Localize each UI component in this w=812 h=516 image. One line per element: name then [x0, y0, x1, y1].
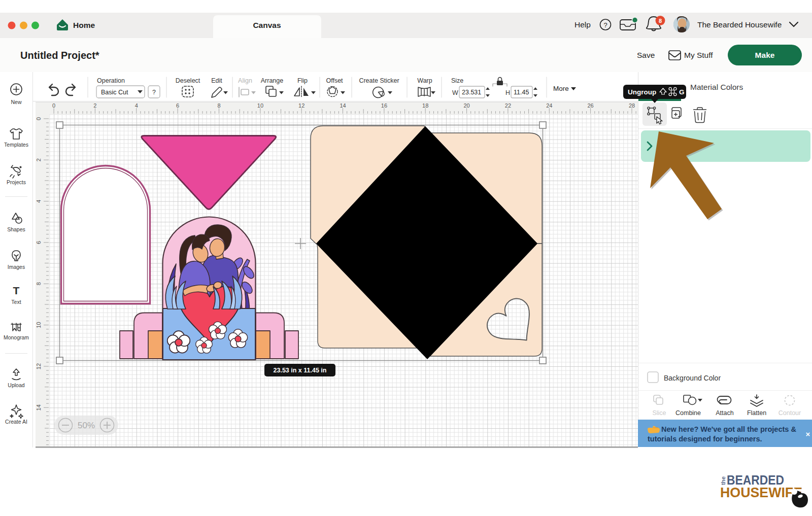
svg-text:0: 0 [36, 117, 42, 120]
svg-text:My Stuff: My Stuff [684, 51, 713, 59]
svg-text:Flatten: Flatten [747, 409, 766, 417]
svg-text:Offset: Offset [326, 77, 343, 84]
svg-text:0: 0 [52, 102, 55, 109]
svg-text:Help: Help [574, 20, 591, 29]
svg-text:20: 20 [463, 102, 469, 109]
svg-text:Save: Save [637, 51, 655, 59]
svg-text:Canvas: Canvas [253, 21, 281, 29]
svg-text:Background Color: Background Color [664, 374, 721, 382]
svg-text:Projects: Projects [7, 179, 26, 185]
svg-text:22: 22 [505, 102, 511, 109]
svg-text:14: 14 [36, 404, 42, 410]
svg-text:28: 28 [629, 102, 635, 109]
svg-text:W: W [452, 89, 458, 96]
svg-text:?: ? [152, 89, 156, 96]
svg-text:the: the [720, 476, 726, 485]
svg-text:12: 12 [298, 102, 304, 109]
svg-text:Contour: Contour [779, 409, 801, 417]
svg-text:6: 6 [176, 102, 179, 109]
svg-text:Templates: Templates [4, 142, 28, 148]
svg-text:Combine: Combine [675, 409, 701, 417]
svg-text:tutorials designed for beginne: tutorials designed for beginners. [648, 435, 762, 443]
svg-text:Shapes: Shapes [7, 226, 25, 232]
svg-text:2: 2 [36, 158, 42, 161]
svg-text:12: 12 [36, 363, 42, 369]
svg-text:HOUSEWIFE: HOUSEWIFE [720, 485, 802, 500]
svg-text:Untitled Project*: Untitled Project* [20, 50, 99, 61]
svg-text:T: T [13, 285, 20, 296]
svg-text:More: More [553, 85, 569, 92]
svg-text:16: 16 [381, 102, 387, 109]
svg-text:Operation: Operation [97, 77, 125, 84]
svg-text:2: 2 [93, 102, 96, 109]
svg-text:Monogram: Monogram [4, 334, 29, 340]
svg-text:Deselect: Deselect [176, 77, 200, 84]
svg-text:24: 24 [546, 102, 552, 109]
svg-text:10: 10 [36, 322, 42, 328]
svg-text:8: 8 [217, 102, 220, 109]
svg-text:Size: Size [451, 77, 463, 84]
svg-text:14: 14 [340, 102, 346, 109]
svg-text:Create AI: Create AI [5, 419, 27, 425]
svg-text:Images: Images [8, 264, 25, 270]
svg-text:H: H [505, 89, 510, 96]
svg-text:8: 8 [659, 18, 662, 24]
svg-text:The Bearded Housewife: The Bearded Housewife [697, 20, 782, 29]
svg-text:Flip: Flip [297, 77, 308, 84]
svg-text:Attach: Attach [716, 409, 733, 417]
svg-text:New here? We've got all the pr: New here? We've got all the projects & [661, 425, 796, 433]
svg-text:?: ? [603, 21, 607, 29]
svg-text:Align: Align [238, 77, 252, 84]
svg-text:Text: Text [11, 299, 21, 305]
svg-text:23.531: 23.531 [462, 89, 481, 96]
svg-text:6: 6 [36, 241, 42, 244]
svg-text:10: 10 [257, 102, 263, 109]
svg-text:11.45: 11.45 [514, 89, 529, 96]
svg-text:Material Colors: Material Colors [690, 83, 743, 91]
svg-text:Slice: Slice [652, 409, 666, 417]
svg-text:G: G [679, 88, 685, 96]
svg-text:Upload: Upload [8, 382, 24, 388]
svg-text:26: 26 [587, 102, 593, 109]
svg-text:Home: Home [73, 21, 95, 29]
svg-text:4: 4 [36, 200, 42, 203]
svg-text:Basic Cut: Basic Cut [101, 89, 128, 96]
svg-text:8: 8 [36, 282, 42, 285]
svg-text:×: × [806, 430, 810, 438]
svg-text:4: 4 [135, 102, 138, 109]
svg-text:New: New [11, 99, 21, 105]
svg-text:Arrange: Arrange [261, 77, 284, 84]
svg-text:Warp: Warp [417, 77, 432, 84]
svg-text:Ungroup: Ungroup [628, 88, 656, 96]
svg-text:18: 18 [422, 102, 428, 109]
svg-text:50%: 50% [78, 421, 95, 430]
svg-text:Make: Make [755, 51, 775, 59]
svg-text:23.53 in x 11.45 in: 23.53 in x 11.45 in [274, 367, 327, 374]
svg-text:Edit: Edit [211, 77, 222, 84]
svg-text:Create Sticker: Create Sticker [359, 77, 399, 84]
